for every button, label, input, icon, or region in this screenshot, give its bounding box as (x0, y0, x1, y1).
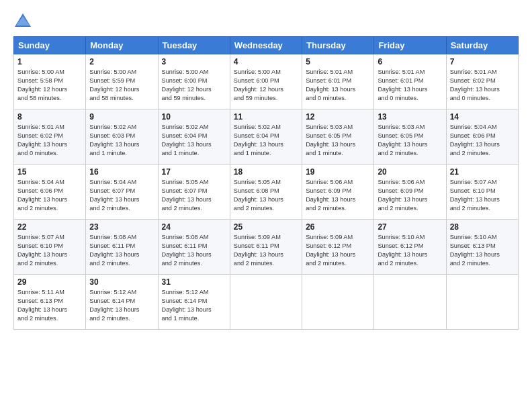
calendar-cell (230, 275, 302, 330)
day-number: 5 (306, 57, 370, 66)
calendar-cell: 16Sunrise: 5:04 AM Sunset: 6:07 PM Dayli… (86, 165, 158, 220)
cell-info: Sunrise: 5:00 AM Sunset: 5:58 PM Dayligh… (17, 68, 82, 103)
cell-info: Sunrise: 5:00 AM Sunset: 6:00 PM Dayligh… (162, 68, 226, 103)
calendar-cell: 12Sunrise: 5:03 AM Sunset: 6:05 PM Dayli… (302, 109, 374, 165)
cell-info: Sunrise: 5:06 AM Sunset: 6:09 PM Dayligh… (378, 178, 442, 213)
header-day-sunday: Sunday (14, 37, 86, 54)
cell-info: Sunrise: 5:02 AM Sunset: 6:04 PM Dayligh… (234, 123, 298, 158)
cell-info: Sunrise: 5:07 AM Sunset: 6:10 PM Dayligh… (17, 233, 82, 268)
calendar-cell: 29Sunrise: 5:11 AM Sunset: 6:13 PM Dayli… (14, 275, 86, 330)
header (13, 12, 519, 31)
day-number: 17 (162, 167, 226, 177)
day-number: 20 (378, 167, 442, 177)
day-number: 1 (17, 57, 82, 66)
day-number: 11 (234, 112, 298, 122)
calendar-cell: 10Sunrise: 5:02 AM Sunset: 6:04 PM Dayli… (158, 109, 230, 165)
cell-info: Sunrise: 5:03 AM Sunset: 6:05 PM Dayligh… (306, 123, 370, 158)
cell-info: Sunrise: 5:09 AM Sunset: 6:12 PM Dayligh… (306, 233, 370, 268)
day-number: 7 (450, 57, 515, 66)
page: SundayMondayTuesdayWednesdayThursdayFrid… (0, 0, 532, 411)
calendar-cell: 24Sunrise: 5:08 AM Sunset: 6:11 PM Dayli… (158, 220, 230, 275)
day-number: 8 (17, 112, 82, 122)
cell-info: Sunrise: 5:12 AM Sunset: 6:14 PM Dayligh… (162, 288, 226, 323)
calendar-cell: 22Sunrise: 5:07 AM Sunset: 6:10 PM Dayli… (14, 220, 86, 275)
cell-info: Sunrise: 5:11 AM Sunset: 6:13 PM Dayligh… (17, 288, 82, 323)
cell-info: Sunrise: 5:04 AM Sunset: 6:07 PM Dayligh… (89, 178, 154, 213)
calendar-cell: 25Sunrise: 5:09 AM Sunset: 6:11 PM Dayli… (230, 220, 302, 275)
day-number: 21 (450, 167, 515, 177)
calendar-cell: 7Sunrise: 5:01 AM Sunset: 6:02 PM Daylig… (446, 54, 518, 109)
calendar-cell: 26Sunrise: 5:09 AM Sunset: 6:12 PM Dayli… (302, 220, 374, 275)
day-number: 2 (89, 57, 154, 66)
day-number: 22 (17, 222, 82, 232)
day-number: 9 (89, 112, 154, 122)
week-row-1: 1Sunrise: 5:00 AM Sunset: 5:58 PM Daylig… (14, 54, 519, 109)
week-row-4: 22Sunrise: 5:07 AM Sunset: 6:10 PM Dayli… (14, 220, 519, 275)
day-number: 13 (378, 112, 442, 122)
cell-info: Sunrise: 5:03 AM Sunset: 6:05 PM Dayligh… (378, 123, 442, 158)
calendar-header: SundayMondayTuesdayWednesdayThursdayFrid… (14, 37, 519, 54)
day-number: 24 (162, 222, 226, 232)
day-number: 19 (306, 167, 370, 177)
day-number: 28 (450, 222, 515, 232)
day-number: 29 (17, 277, 82, 287)
calendar-cell: 9Sunrise: 5:02 AM Sunset: 6:03 PM Daylig… (86, 109, 158, 165)
calendar-cell (446, 275, 518, 330)
svg-marker-1 (16, 16, 30, 26)
cell-info: Sunrise: 5:12 AM Sunset: 6:14 PM Dayligh… (89, 288, 154, 323)
calendar-cell: 20Sunrise: 5:06 AM Sunset: 6:09 PM Dayli… (374, 165, 446, 220)
day-number: 18 (234, 167, 298, 177)
header-day-tuesday: Tuesday (158, 37, 230, 54)
day-number: 27 (378, 222, 442, 232)
calendar-cell: 1Sunrise: 5:00 AM Sunset: 5:58 PM Daylig… (14, 54, 86, 109)
week-row-5: 29Sunrise: 5:11 AM Sunset: 6:13 PM Dayli… (14, 275, 519, 330)
calendar-cell: 2Sunrise: 5:00 AM Sunset: 5:59 PM Daylig… (86, 54, 158, 109)
cell-info: Sunrise: 5:10 AM Sunset: 6:12 PM Dayligh… (378, 233, 442, 268)
calendar-cell: 14Sunrise: 5:04 AM Sunset: 6:06 PM Dayli… (446, 109, 518, 165)
cell-info: Sunrise: 5:01 AM Sunset: 6:02 PM Dayligh… (450, 68, 515, 103)
cell-info: Sunrise: 5:09 AM Sunset: 6:11 PM Dayligh… (234, 233, 298, 268)
cell-info: Sunrise: 5:02 AM Sunset: 6:04 PM Dayligh… (162, 123, 226, 158)
day-number: 12 (306, 112, 370, 122)
day-number: 14 (450, 112, 515, 122)
calendar-body: 1Sunrise: 5:00 AM Sunset: 5:58 PM Daylig… (14, 54, 519, 330)
cell-info: Sunrise: 5:06 AM Sunset: 6:09 PM Dayligh… (306, 178, 370, 213)
calendar-cell: 15Sunrise: 5:04 AM Sunset: 6:06 PM Dayli… (14, 165, 86, 220)
calendar-cell: 17Sunrise: 5:05 AM Sunset: 6:07 PM Dayli… (158, 165, 230, 220)
calendar-cell: 28Sunrise: 5:10 AM Sunset: 6:13 PM Dayli… (446, 220, 518, 275)
logo-icon (13, 12, 32, 31)
calendar-cell (374, 275, 446, 330)
calendar-cell: 8Sunrise: 5:01 AM Sunset: 6:02 PM Daylig… (14, 109, 86, 165)
day-number: 10 (162, 112, 226, 122)
week-row-3: 15Sunrise: 5:04 AM Sunset: 6:06 PM Dayli… (14, 165, 519, 220)
cell-info: Sunrise: 5:04 AM Sunset: 6:06 PM Dayligh… (17, 178, 82, 213)
calendar-cell: 21Sunrise: 5:07 AM Sunset: 6:10 PM Dayli… (446, 165, 518, 220)
calendar-cell: 6Sunrise: 5:01 AM Sunset: 6:01 PM Daylig… (374, 54, 446, 109)
calendar-cell: 23Sunrise: 5:08 AM Sunset: 6:11 PM Dayli… (86, 220, 158, 275)
day-number: 3 (162, 57, 226, 66)
header-day-thursday: Thursday (302, 37, 374, 54)
cell-info: Sunrise: 5:00 AM Sunset: 5:59 PM Dayligh… (89, 68, 154, 103)
day-number: 16 (89, 167, 154, 177)
cell-info: Sunrise: 5:02 AM Sunset: 6:03 PM Dayligh… (89, 123, 154, 158)
calendar-cell: 5Sunrise: 5:01 AM Sunset: 6:01 PM Daylig… (302, 54, 374, 109)
calendar-cell (302, 275, 374, 330)
cell-info: Sunrise: 5:10 AM Sunset: 6:13 PM Dayligh… (450, 233, 515, 268)
calendar-cell: 11Sunrise: 5:02 AM Sunset: 6:04 PM Dayli… (230, 109, 302, 165)
cell-info: Sunrise: 5:01 AM Sunset: 6:02 PM Dayligh… (17, 123, 82, 158)
day-number: 4 (234, 57, 298, 66)
calendar-cell: 3Sunrise: 5:00 AM Sunset: 6:00 PM Daylig… (158, 54, 230, 109)
calendar-cell: 30Sunrise: 5:12 AM Sunset: 6:14 PM Dayli… (86, 275, 158, 330)
day-number: 23 (89, 222, 154, 232)
header-day-wednesday: Wednesday (230, 37, 302, 54)
header-day-saturday: Saturday (446, 37, 518, 54)
calendar-cell: 4Sunrise: 5:00 AM Sunset: 6:00 PM Daylig… (230, 54, 302, 109)
cell-info: Sunrise: 5:01 AM Sunset: 6:01 PM Dayligh… (378, 68, 442, 103)
day-number: 6 (378, 57, 442, 66)
day-number: 25 (234, 222, 298, 232)
day-number: 15 (17, 167, 82, 177)
cell-info: Sunrise: 5:00 AM Sunset: 6:00 PM Dayligh… (234, 68, 298, 103)
calendar-cell: 19Sunrise: 5:06 AM Sunset: 6:09 PM Dayli… (302, 165, 374, 220)
header-day-friday: Friday (374, 37, 446, 54)
calendar-cell: 31Sunrise: 5:12 AM Sunset: 6:14 PM Dayli… (158, 275, 230, 330)
